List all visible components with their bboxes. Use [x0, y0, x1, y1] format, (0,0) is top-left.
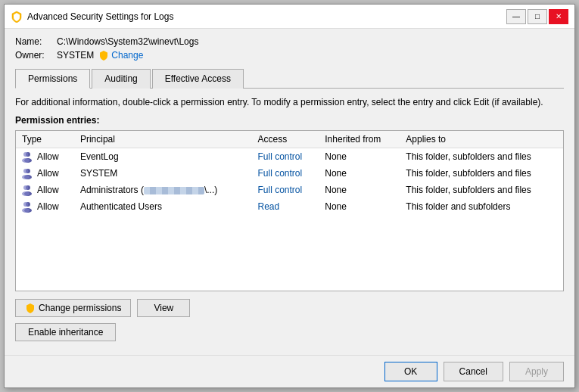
table-row[interactable]: Allow Administrators (\...) Full control…	[16, 182, 563, 198]
cell-principal-2: Administrators (\...)	[74, 182, 252, 198]
maximize-button[interactable]: □	[528, 9, 547, 24]
col-inherited: Inherited from	[319, 131, 400, 148]
window-icon	[11, 11, 23, 23]
svg-point-10	[23, 185, 28, 190]
apply-button[interactable]: Apply	[509, 362, 564, 381]
svg-point-2	[23, 152, 28, 157]
cell-type-2: Allow	[16, 182, 74, 198]
col-applies: Applies to	[400, 131, 563, 148]
minimize-button[interactable]: —	[506, 9, 526, 24]
cell-principal-0: EventLog	[74, 148, 252, 165]
cell-principal-1: SYSTEM	[74, 165, 252, 182]
cell-applies-2: This folder, subfolders and files	[400, 182, 563, 198]
main-content: Name: C:\Windows\System32\winevt\Logs Ow…	[5, 29, 574, 355]
user-icon	[22, 201, 34, 213]
svg-point-11	[22, 191, 30, 196]
shield-icon-btn	[25, 303, 36, 313]
table-row[interactable]: Allow EventLog Full control None This fo…	[16, 148, 563, 165]
user-icon	[22, 151, 34, 163]
enable-inheritance-button[interactable]: Enable inheritance	[15, 323, 116, 341]
change-owner-link[interactable]: Change	[98, 50, 143, 61]
cancel-button[interactable]: Cancel	[444, 362, 503, 381]
change-link-text: Change	[111, 50, 143, 61]
owner-label: Owner:	[15, 50, 57, 61]
main-window: Advanced Security Settings for Logs — □ …	[4, 4, 575, 388]
inheritance-buttons-row: Enable inheritance	[15, 323, 564, 341]
cell-applies-3: This folder and subfolders	[400, 198, 563, 215]
svg-point-3	[22, 158, 30, 163]
footer: OK Cancel Apply	[5, 355, 574, 387]
name-row: Name: C:\Windows\System32\winevt\Logs	[15, 36, 564, 47]
name-value: C:\Windows\System32\winevt\Logs	[57, 36, 198, 47]
redacted-content	[144, 187, 204, 194]
tab-auditing[interactable]: Auditing	[92, 69, 150, 89]
table-row[interactable]: Allow SYSTEM Full control None This fold…	[16, 165, 563, 182]
user-icon	[22, 167, 34, 179]
cell-inherited-2: None	[319, 182, 400, 198]
owner-value: SYSTEM	[57, 50, 94, 61]
cell-type-1: Allow	[16, 165, 74, 182]
change-permissions-button[interactable]: Change permissions	[15, 299, 131, 317]
ok-button[interactable]: OK	[384, 362, 437, 381]
name-label: Name:	[15, 36, 57, 47]
table-row[interactable]: Allow Authenticated Users Read None This…	[16, 198, 563, 215]
action-buttons-row: Change permissions View	[15, 299, 564, 317]
col-access: Access	[252, 131, 319, 148]
svg-point-6	[23, 169, 28, 173]
title-bar: Advanced Security Settings for Logs — □ …	[5, 5, 574, 29]
cell-access-3: Read	[252, 198, 319, 215]
cell-applies-1: This folder, subfolders and files	[400, 165, 563, 182]
svg-point-7	[22, 175, 30, 179]
col-type: Type	[16, 131, 74, 148]
shield-icon	[98, 50, 109, 61]
cell-inherited-1: None	[319, 165, 400, 182]
title-bar-left: Advanced Security Settings for Logs	[11, 11, 173, 23]
tab-effective-access[interactable]: Effective Access	[152, 69, 244, 89]
title-controls: — □ ✕	[506, 9, 568, 24]
cell-inherited-0: None	[319, 148, 400, 165]
view-button[interactable]: View	[137, 299, 190, 317]
tab-permissions[interactable]: Permissions	[15, 69, 90, 89]
section-label: Permission entries:	[15, 115, 564, 126]
cell-access-2: Full control	[252, 182, 319, 198]
window-title: Advanced Security Settings for Logs	[27, 11, 173, 22]
owner-row: Owner: SYSTEM Change	[15, 50, 564, 61]
cell-access-0: Full control	[252, 148, 319, 165]
cell-type: Allow	[16, 148, 74, 165]
cell-inherited-3: None	[319, 198, 400, 215]
user-icon	[22, 184, 34, 196]
cell-access-1: Full control	[252, 165, 319, 182]
svg-point-15	[22, 208, 30, 213]
permission-table-container[interactable]: Type Principal Access Inherited from App…	[15, 130, 564, 291]
cell-principal-3: Authenticated Users	[74, 198, 252, 215]
permission-table: Type Principal Access Inherited from App…	[16, 131, 563, 215]
col-principal: Principal	[74, 131, 252, 148]
close-button[interactable]: ✕	[549, 9, 568, 24]
cell-applies-0: This folder, subfolders and files	[400, 148, 563, 165]
description-text: For additional information, double-click…	[15, 96, 564, 109]
change-permissions-label: Change permissions	[39, 303, 121, 313]
tabs-container: Permissions Auditing Effective Access	[15, 68, 564, 89]
svg-point-14	[23, 202, 28, 207]
table-header-row: Type Principal Access Inherited from App…	[16, 131, 563, 148]
cell-type-3: Allow	[16, 198, 74, 215]
